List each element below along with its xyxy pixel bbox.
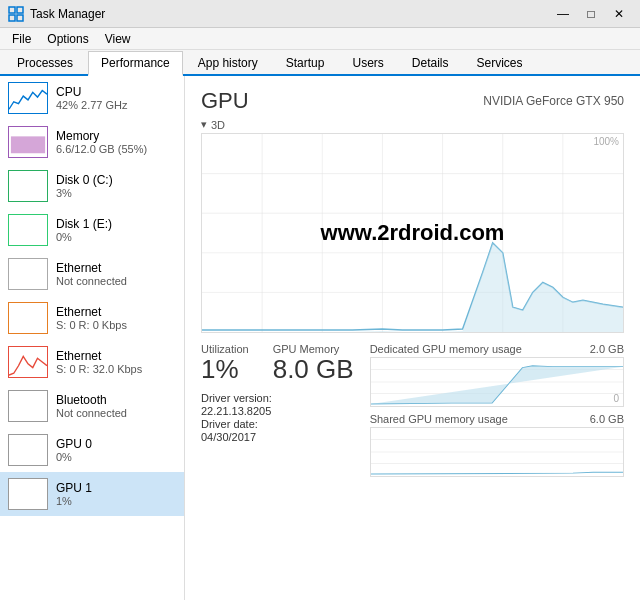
- gpu-memory-value: 8.0 GB: [273, 355, 354, 384]
- sidebar-item-8[interactable]: GPU 00%: [0, 428, 184, 472]
- sidebar-item-name-8: GPU 0: [56, 437, 176, 451]
- shared-memory-section: Shared GPU memory usage 6.0 GB: [370, 413, 624, 477]
- tab-processes[interactable]: Processes: [4, 51, 86, 74]
- sidebar-item-detail-1: 6.6/12.0 GB (55%): [56, 143, 176, 155]
- sidebar: CPU42% 2.77 GHzMemory6.6/12.0 GB (55%)Di…: [0, 76, 185, 600]
- shared-label-row: Shared GPU memory usage 6.0 GB: [370, 413, 624, 425]
- sidebar-item-name-3: Disk 1 (E:): [56, 217, 176, 231]
- main-gpu-chart: www.2rdroid.com 100%: [201, 133, 624, 333]
- driver-date-label: Driver date:: [201, 418, 354, 430]
- sidebar-thumb-8: [8, 434, 48, 466]
- app-icon: [8, 6, 24, 22]
- sidebar-item-3[interactable]: Disk 1 (E:)0%: [0, 208, 184, 252]
- sidebar-item-detail-7: Not connected: [56, 407, 176, 419]
- close-button[interactable]: ✕: [606, 4, 632, 24]
- memory-charts: Dedicated GPU memory usage 2.0 GB 0: [370, 343, 624, 477]
- sidebar-info-1: Memory6.6/12.0 GB (55%): [56, 129, 176, 155]
- tab-details[interactable]: Details: [399, 51, 462, 74]
- detail-panel: GPU NVIDIA GeForce GTX 950 ▾ 3D www.2rdr…: [185, 76, 640, 600]
- utilization-value: 1%: [201, 355, 249, 384]
- main-content: CPU42% 2.77 GHzMemory6.6/12.0 GB (55%)Di…: [0, 76, 640, 600]
- shared-memory-chart: [370, 427, 624, 477]
- sidebar-item-detail-6: S: 0 R: 32.0 Kbps: [56, 363, 176, 375]
- sidebar-thumb-9: [8, 478, 48, 510]
- sidebar-thumb-6: [8, 346, 48, 378]
- sidebar-item-name-1: Memory: [56, 129, 176, 143]
- sidebar-info-3: Disk 1 (E:)0%: [56, 217, 176, 243]
- stats-area: Utilization 1% GPU Memory 8.0 GB Driver …: [201, 343, 624, 477]
- sidebar-item-detail-2: 3%: [56, 187, 176, 199]
- driver-date-value: 04/30/2017: [201, 431, 354, 443]
- sidebar-item-name-2: Disk 0 (C:): [56, 173, 176, 187]
- tab-performance[interactable]: Performance: [88, 51, 183, 76]
- sidebar-info-0: CPU42% 2.77 GHz: [56, 85, 176, 111]
- title-bar: Task Manager — □ ✕: [0, 0, 640, 28]
- sidebar-item-name-5: Ethernet: [56, 305, 176, 319]
- sidebar-item-4[interactable]: EthernetNot connected: [0, 252, 184, 296]
- menu-item-file[interactable]: File: [4, 30, 39, 48]
- dedicated-memory-max: 2.0 GB: [590, 343, 624, 355]
- driver-info: Driver version: 22.21.13.8205 Driver dat…: [201, 392, 354, 443]
- left-stats: Utilization 1% GPU Memory 8.0 GB Driver …: [201, 343, 354, 477]
- sidebar-item-5[interactable]: EthernetS: 0 R: 0 Kbps: [0, 296, 184, 340]
- sidebar-info-8: GPU 00%: [56, 437, 176, 463]
- dedicated-min: 0: [613, 393, 619, 404]
- sidebar-item-9[interactable]: GPU 11%: [0, 472, 184, 516]
- dedicated-label-row: Dedicated GPU memory usage 2.0 GB: [370, 343, 624, 355]
- menu-item-view[interactable]: View: [97, 30, 139, 48]
- sidebar-item-name-6: Ethernet: [56, 349, 176, 363]
- sidebar-info-5: EthernetS: 0 R: 0 Kbps: [56, 305, 176, 331]
- dedicated-memory-section: Dedicated GPU memory usage 2.0 GB 0: [370, 343, 624, 407]
- sidebar-item-name-7: Bluetooth: [56, 393, 176, 407]
- minimize-button[interactable]: —: [550, 4, 576, 24]
- sidebar-item-detail-5: S: 0 R: 0 Kbps: [56, 319, 176, 331]
- sidebar-info-6: EthernetS: 0 R: 32.0 Kbps: [56, 349, 176, 375]
- sidebar-item-name-9: GPU 1: [56, 481, 176, 495]
- svg-rect-1: [17, 7, 23, 13]
- dedicated-memory-label: Dedicated GPU memory usage: [370, 343, 522, 355]
- dedicated-memory-chart: 0: [370, 357, 624, 407]
- tab-app-history[interactable]: App history: [185, 51, 271, 74]
- shared-memory-max: 6.0 GB: [590, 413, 624, 425]
- window-controls: — □ ✕: [550, 4, 632, 24]
- sidebar-thumb-3: [8, 214, 48, 246]
- sidebar-thumb-0: [8, 82, 48, 114]
- sidebar-info-9: GPU 11%: [56, 481, 176, 507]
- sidebar-item-detail-9: 1%: [56, 495, 176, 507]
- sidebar-item-detail-4: Not connected: [56, 275, 176, 287]
- maximize-button[interactable]: □: [578, 4, 604, 24]
- tab-bar: ProcessesPerformanceApp historyStartupUs…: [0, 50, 640, 76]
- gpu-memory-block: GPU Memory 8.0 GB: [273, 343, 354, 384]
- driver-version-value: 22.21.13.8205: [201, 405, 354, 417]
- sidebar-item-detail-8: 0%: [56, 451, 176, 463]
- tab-startup[interactable]: Startup: [273, 51, 338, 74]
- sidebar-item-2[interactable]: Disk 0 (C:)3%: [0, 164, 184, 208]
- stats-row: Utilization 1% GPU Memory 8.0 GB: [201, 343, 354, 384]
- menu-item-options[interactable]: Options: [39, 30, 96, 48]
- sidebar-item-1[interactable]: Memory6.6/12.0 GB (55%): [0, 120, 184, 164]
- gpu-usage-chart: [202, 134, 623, 332]
- tab-services[interactable]: Services: [464, 51, 536, 74]
- sidebar-thumb-1: [8, 126, 48, 158]
- svg-rect-4: [11, 136, 45, 153]
- shared-chart-svg: [371, 428, 623, 476]
- gpu-subtitle: NVIDIA GeForce GTX 950: [483, 94, 624, 108]
- sidebar-thumb-7: [8, 390, 48, 422]
- menu-bar: FileOptionsView: [0, 28, 640, 50]
- svg-rect-2: [9, 15, 15, 21]
- sidebar-info-2: Disk 0 (C:)3%: [56, 173, 176, 199]
- dedicated-chart-svg: [371, 358, 623, 406]
- detail-header: GPU NVIDIA GeForce GTX 950: [201, 88, 624, 114]
- tab-users[interactable]: Users: [339, 51, 396, 74]
- sidebar-item-7[interactable]: BluetoothNot connected: [0, 384, 184, 428]
- sidebar-info-7: BluetoothNot connected: [56, 393, 176, 419]
- sidebar-item-name-4: Ethernet: [56, 261, 176, 275]
- sidebar-info-4: EthernetNot connected: [56, 261, 176, 287]
- sidebar-item-detail-3: 0%: [56, 231, 176, 243]
- driver-version-label: Driver version:: [201, 392, 354, 404]
- shared-memory-label: Shared GPU memory usage: [370, 413, 508, 425]
- svg-rect-0: [9, 7, 15, 13]
- sidebar-item-6[interactable]: EthernetS: 0 R: 32.0 Kbps: [0, 340, 184, 384]
- sidebar-item-0[interactable]: CPU42% 2.77 GHz: [0, 76, 184, 120]
- sidebar-thumb-2: [8, 170, 48, 202]
